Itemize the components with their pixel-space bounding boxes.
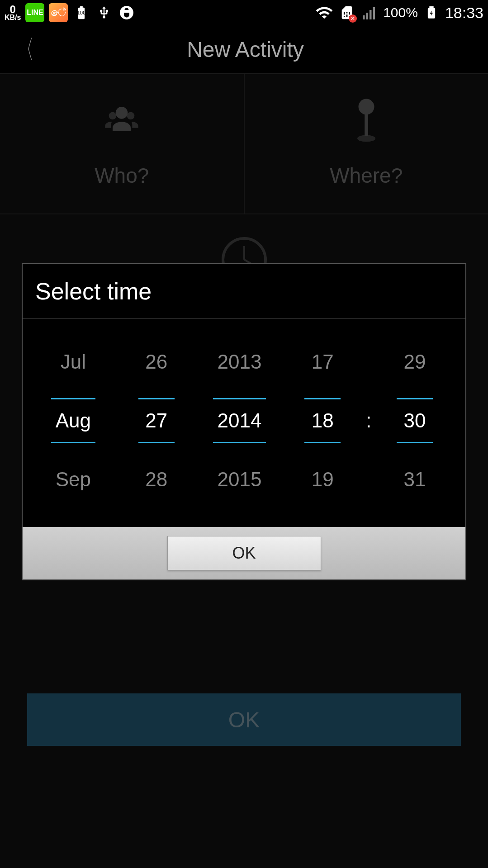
weibo-app-icon: ේ — [49, 3, 68, 22]
hour-selected[interactable]: 18 — [281, 398, 364, 443]
line-app-icon: LINE — [25, 3, 44, 22]
month-selected[interactable]: Aug — [32, 398, 115, 443]
colon-spacer-prev: : — [364, 351, 373, 373]
hour-prev[interactable]: 17 — [281, 351, 364, 373]
kbs-value: 0 — [10, 5, 16, 14]
year-prev[interactable]: 2013 — [198, 351, 281, 373]
day-prev[interactable]: 26 — [115, 351, 198, 373]
minute-prev[interactable]: 29 — [373, 351, 456, 373]
svg-rect-4 — [130, 14, 133, 15]
minute-selected[interactable]: 30 — [373, 398, 456, 443]
dialog-ok-button[interactable]: OK — [167, 536, 321, 570]
debug-icon — [118, 4, 136, 22]
year-next[interactable]: 2015 — [198, 468, 281, 491]
sim-card-icon — [338, 4, 356, 22]
dialog-footer: OK — [23, 527, 465, 579]
month-prev[interactable]: Jul — [32, 351, 115, 373]
battery-icon: 100 — [72, 4, 90, 22]
dialog-title: Select time — [23, 264, 465, 319]
picker-selected-row: Aug 27 2014 18 : 30 — [32, 391, 456, 450]
main-content: Who? Where? Approximately arrive at: Tou… — [0, 74, 488, 868]
month-next[interactable]: Sep — [32, 468, 115, 491]
app-header: 〈 New Activity — [0, 25, 488, 74]
svg-rect-10 — [430, 7, 433, 9]
day-selected[interactable]: 27 — [115, 398, 198, 443]
network-speed-indicator: 0 KB/s — [5, 5, 21, 21]
colon-separator: : — [364, 409, 373, 432]
battery-percent: 100% — [383, 5, 418, 20]
svg-rect-5 — [363, 15, 365, 19]
status-left: 0 KB/s LINE ේ 100 — [5, 3, 136, 22]
svg-rect-6 — [366, 13, 369, 19]
svg-rect-7 — [370, 10, 372, 19]
hour-next[interactable]: 19 — [281, 468, 364, 491]
svg-text:100: 100 — [77, 10, 86, 15]
select-time-dialog: Select time Jul 26 2013 17 : 29 Aug 27 2… — [22, 263, 466, 580]
picker-area: Jul 26 2013 17 : 29 Aug 27 2014 18 : 30 … — [23, 319, 465, 527]
day-next[interactable]: 28 — [115, 468, 198, 491]
battery-charging-icon — [422, 4, 441, 22]
wifi-icon — [315, 4, 333, 22]
svg-rect-8 — [373, 7, 375, 19]
status-bar: 0 KB/s LINE ේ 100 100% 18:33 — [0, 0, 488, 25]
page-title: New Activity — [39, 37, 452, 62]
kbs-label: KB/s — [5, 14, 21, 21]
status-right: 100% 18:33 — [315, 4, 483, 22]
usb-icon — [95, 4, 113, 22]
picker-next-row: Sep 28 2015 19 : 31 — [32, 450, 456, 509]
svg-rect-2 — [130, 11, 133, 13]
svg-rect-1 — [121, 11, 123, 13]
status-clock: 18:33 — [445, 4, 483, 22]
colon-spacer-next: : — [364, 468, 373, 491]
signal-icon — [360, 4, 379, 22]
year-selected[interactable]: 2014 — [198, 398, 281, 443]
back-button[interactable]: 〈 — [19, 37, 34, 62]
picker-prev-row: Jul 26 2013 17 : 29 — [32, 332, 456, 391]
svg-rect-3 — [121, 14, 123, 15]
minute-next[interactable]: 31 — [373, 468, 456, 491]
